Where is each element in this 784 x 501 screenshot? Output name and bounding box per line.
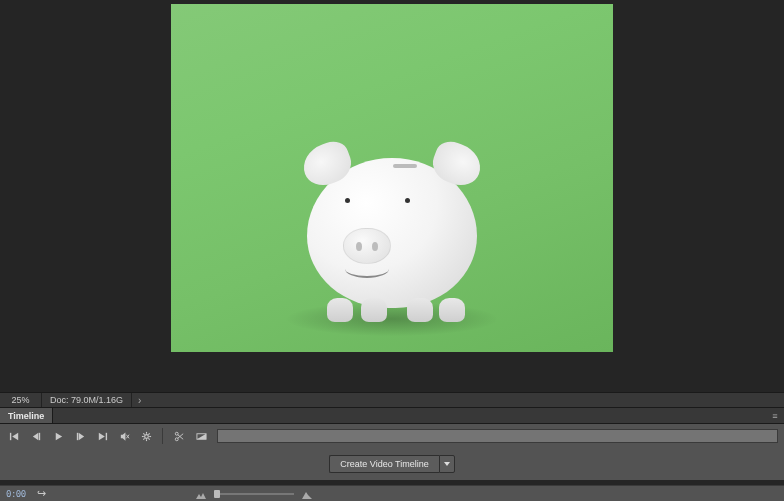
prev-frame-icon[interactable] (28, 428, 44, 444)
audio-mute-icon[interactable] (116, 428, 132, 444)
panel-tab-row: Timeline ≡ (0, 408, 784, 424)
first-frame-icon[interactable] (6, 428, 22, 444)
mountain-large-icon (302, 490, 312, 498)
scissors-split-icon[interactable] (171, 428, 187, 444)
last-frame-icon[interactable] (94, 428, 110, 444)
svg-marker-1 (12, 432, 18, 439)
svg-marker-26 (196, 433, 205, 439)
svg-rect-0 (9, 432, 10, 439)
svg-marker-29 (302, 492, 312, 499)
svg-rect-3 (38, 432, 39, 439)
tab-timeline[interactable]: Timeline (0, 408, 53, 423)
timeline-zoom-slider[interactable] (214, 491, 294, 497)
svg-marker-28 (196, 493, 206, 499)
next-frame-icon[interactable] (72, 428, 88, 444)
settings-gear-icon[interactable] (138, 428, 154, 444)
timeline-toolbar (0, 424, 784, 448)
piggy-bank-image (307, 158, 477, 308)
svg-line-19 (148, 433, 149, 434)
mountain-small-icon (196, 490, 206, 498)
toolbar-divider (162, 428, 163, 444)
svg-marker-5 (78, 432, 84, 439)
play-icon[interactable] (50, 428, 66, 444)
svg-marker-27 (444, 462, 450, 466)
timeline-body: Create Video Timeline (0, 448, 784, 480)
timeline-track[interactable] (217, 429, 778, 443)
svg-line-20 (143, 438, 144, 439)
create-video-timeline-group: Create Video Timeline (329, 455, 454, 473)
create-video-timeline-button[interactable]: Create Video Timeline (329, 455, 438, 473)
chevron-right-icon[interactable]: › (132, 395, 147, 406)
canvas-area (0, 0, 784, 388)
time-counter[interactable]: 0:00 (6, 489, 26, 499)
document-canvas[interactable] (171, 4, 613, 352)
svg-marker-7 (98, 432, 104, 439)
zoom-level[interactable]: 25% (0, 393, 42, 407)
svg-marker-9 (120, 432, 125, 440)
panel-menu-icon[interactable]: ≡ (766, 408, 784, 423)
create-video-timeline-dropdown[interactable] (439, 455, 455, 473)
document-info: Doc: 79.0M/1.16G (42, 393, 132, 407)
svg-line-18 (148, 438, 149, 439)
redo-icon[interactable]: ↪ (34, 486, 50, 502)
transition-icon[interactable] (193, 428, 209, 444)
svg-rect-8 (105, 432, 106, 439)
svg-line-17 (143, 433, 144, 434)
svg-marker-2 (32, 432, 38, 439)
timeline-footer: 0:00 ↪ (0, 485, 784, 501)
chevron-down-icon (443, 459, 451, 470)
svg-rect-6 (76, 432, 77, 439)
status-bar: 25% Doc: 79.0M/1.16G › (0, 392, 784, 408)
svg-marker-4 (55, 432, 61, 439)
svg-point-12 (144, 434, 148, 438)
